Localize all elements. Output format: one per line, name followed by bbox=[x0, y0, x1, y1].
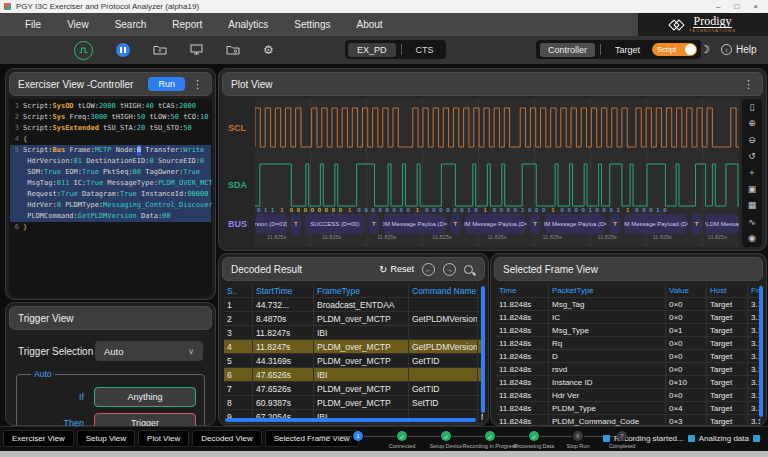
horizontal-scrollbar[interactable] bbox=[225, 418, 476, 422]
bus-frame[interactable]: T bbox=[367, 214, 380, 234]
target-button[interactable]: Target bbox=[606, 45, 649, 55]
plot-tool-icon[interactable]: ▯ bbox=[750, 103, 755, 112]
table-row[interactable]: 6 47.6526s IBI None bbox=[224, 368, 483, 382]
selected-frame-header: Selected Frame View bbox=[494, 257, 763, 281]
chevron-down-icon: ∨ bbox=[188, 347, 194, 356]
bus-frame[interactable]: PLDM Message Payloa.(D=03) bbox=[382, 214, 447, 234]
bottom-tab[interactable]: Plot View bbox=[138, 430, 189, 447]
plot-tool-icon[interactable]: ▣ bbox=[748, 185, 757, 194]
bus-frames: rsion (D=03)TSUCCESS (D=00)TPLDM Message… bbox=[255, 213, 739, 234]
table-row[interactable]: 11.8248s D 0×0 Target 3.13MHz bbox=[496, 350, 761, 363]
table-row[interactable]: 2 8.4870s PLDM_over_MCTP GetPLDMVersion … bbox=[224, 312, 483, 326]
trigger-selection-dropdown[interactable]: Auto ∨ bbox=[95, 341, 203, 361]
table-row[interactable]: 4 11.8247s PLDM_over_MCTP GetPLDMVersion… bbox=[224, 340, 483, 354]
plot-panel-header: Plot View ⋮ bbox=[222, 72, 763, 96]
table-row[interactable]: 11.8248s IC 0×0 Target 3.13MHz bbox=[496, 311, 761, 324]
settings-gear-icon[interactable]: ⚙ bbox=[263, 44, 274, 56]
bus-frame[interactable]: T bbox=[289, 214, 302, 234]
table-row[interactable]: 11.8248s Instance ID 0×10 Target 3.13MHz bbox=[496, 376, 761, 389]
ex-pd-button[interactable]: EX_PD bbox=[348, 43, 396, 57]
anything-button[interactable]: Anything bbox=[94, 387, 196, 407]
time-tick: 11.825s bbox=[432, 234, 451, 243]
kebab-menu-icon[interactable]: ⋮ bbox=[743, 78, 754, 91]
vertical-scrollbar[interactable] bbox=[759, 286, 763, 417]
dark-mode-icon[interactable]: ☽ bbox=[700, 43, 710, 56]
menu-item[interactable]: View bbox=[54, 19, 102, 30]
plot-tool-icon[interactable]: ▦ bbox=[748, 201, 757, 210]
vertical-scrollbar[interactable] bbox=[481, 286, 485, 413]
bus-frame[interactable]: PLDM Messag bbox=[705, 214, 739, 234]
table-row[interactable]: 3 11.8247s IBI None bbox=[224, 326, 483, 340]
analyze-status-text: Analizing data bbox=[699, 434, 749, 443]
info-icon: i bbox=[721, 44, 732, 55]
maximize-button[interactable]: □ bbox=[734, 2, 739, 11]
script-editor[interactable]: 1Script:SysOD tLOW:2000 tHIGH:40 tCAS:20… bbox=[9, 99, 212, 297]
window-title: PGY I3C Exerciser and Protocol Analyzer … bbox=[16, 2, 199, 11]
next-frame-button[interactable]: → bbox=[443, 263, 456, 276]
bit-group: 0 0 0 0 0 0 0 0 bbox=[357, 207, 409, 213]
prev-frame-button[interactable]: ← bbox=[422, 263, 435, 276]
minimize-button[interactable]: – bbox=[716, 2, 720, 11]
kebab-menu-icon[interactable]: ⋮ bbox=[192, 78, 203, 91]
bus-frame[interactable]: PLDM Message Payload (D=11) bbox=[624, 214, 689, 234]
table-row[interactable]: 11.8248s Msg_Tag 0×0 Target 3.13MHz bbox=[496, 298, 761, 311]
table-row[interactable]: 11.8248s rsvd 0×0 Target 3.13MHz bbox=[496, 363, 761, 376]
bus-frame[interactable]: PLDM Message Payloa.(D=02) bbox=[464, 214, 527, 234]
table-row[interactable]: 11.8248s Msg_Type 0×1 Target 3.13MHz bbox=[496, 324, 761, 337]
close-button[interactable]: × bbox=[753, 2, 758, 11]
plot-tool-icon[interactable]: ∿ bbox=[748, 218, 756, 227]
plot-tool-icon[interactable]: ◉ bbox=[748, 234, 756, 243]
table-row[interactable]: 7 47.6526s PLDM_over_MCTP GetTID None bbox=[224, 382, 483, 396]
bit-group: 0 0 0 0 0 0 0 0 bbox=[290, 207, 342, 213]
menu-item[interactable]: Analytics bbox=[215, 19, 281, 30]
menu-item[interactable]: Search bbox=[102, 19, 160, 30]
menu-item[interactable]: File bbox=[12, 19, 54, 30]
step-label: Setup Device bbox=[430, 443, 463, 449]
plot-tool-icon[interactable]: ⊖ bbox=[748, 136, 756, 145]
table-row[interactable]: 11.8248s Hdr Ver 0×0 Target 3.13MHz bbox=[496, 389, 761, 402]
recording-status-icon bbox=[603, 435, 610, 442]
table-row[interactable]: 11.8248s Rq 0×0 Target 3.13MHz bbox=[496, 337, 761, 350]
role-switcher: Controller Target Script bbox=[536, 40, 701, 59]
plot-tool-icon[interactable]: + bbox=[749, 169, 754, 178]
pause-icon[interactable] bbox=[116, 43, 130, 57]
controller-button[interactable]: Controller bbox=[540, 43, 595, 57]
exerciser-run-icon[interactable] bbox=[74, 41, 93, 60]
help-button[interactable]: i Help bbox=[721, 44, 757, 55]
save-folder-icon[interactable] bbox=[153, 41, 167, 59]
bottom-tab[interactable]: Exerciser View bbox=[3, 430, 74, 447]
bus-frame[interactable]: PLDM Message Payloa.(D=10) bbox=[544, 214, 607, 234]
view-tabs: Exerciser ViewSetup ViewPlot ViewDecoded… bbox=[3, 430, 359, 447]
bus-frame[interactable]: T bbox=[449, 214, 462, 234]
bottom-tab[interactable]: Decoded View bbox=[192, 430, 261, 447]
run-button[interactable]: Run bbox=[148, 77, 185, 91]
menu-item[interactable]: About bbox=[343, 19, 395, 30]
table-row[interactable]: 11.8248s PLDM_Type 0×4 Target 3.13MHz bbox=[496, 402, 761, 415]
dropdown-value: Auto bbox=[104, 346, 124, 357]
plot-tool-icon[interactable]: ⊕ bbox=[748, 119, 756, 128]
if-label: If bbox=[54, 392, 84, 402]
bus-frame[interactable]: rsion (D=03) bbox=[255, 214, 287, 234]
table-row[interactable]: 5 44.3169s PLDM_over_MCTP GetTID None bbox=[224, 354, 483, 368]
display-icon[interactable] bbox=[190, 41, 203, 59]
search-icon[interactable] bbox=[464, 265, 473, 274]
prodigy-logo-icon bbox=[670, 21, 683, 29]
menu-item[interactable]: Report bbox=[159, 19, 215, 30]
bus-frame[interactable]: T bbox=[609, 214, 622, 234]
table-row[interactable]: 8 60.9387s PLDM_over_MCTP SetTID None bbox=[224, 396, 483, 410]
cts-button[interactable]: CTS bbox=[407, 45, 443, 55]
menu-item[interactable]: Settings bbox=[281, 19, 343, 30]
bus-frame[interactable]: SUCCESS (D=00) bbox=[304, 214, 365, 234]
plot-tool-icon[interactable]: ↺ bbox=[748, 152, 756, 161]
script-toggle[interactable]: Script bbox=[652, 43, 697, 56]
sda-signal-label: SDA bbox=[223, 157, 255, 213]
script-toggle-label: Script bbox=[657, 45, 676, 54]
bus-frame[interactable]: T bbox=[690, 214, 703, 234]
project-folder-icon[interactable] bbox=[226, 41, 240, 59]
table-row[interactable]: 1 44.732... Broadcast_ENTDAA None bbox=[224, 298, 483, 312]
bottom-tab[interactable]: Setup View bbox=[77, 430, 135, 447]
bus-frame[interactable]: T bbox=[529, 214, 542, 234]
time-tick: 11.825s bbox=[322, 234, 341, 243]
waveform-area[interactable]: 0 1 110 0 0 0 0 0 0 010 0 0 0 0 0 0 010 … bbox=[255, 99, 739, 247]
reset-button[interactable]: ↻ Reset bbox=[379, 264, 414, 275]
